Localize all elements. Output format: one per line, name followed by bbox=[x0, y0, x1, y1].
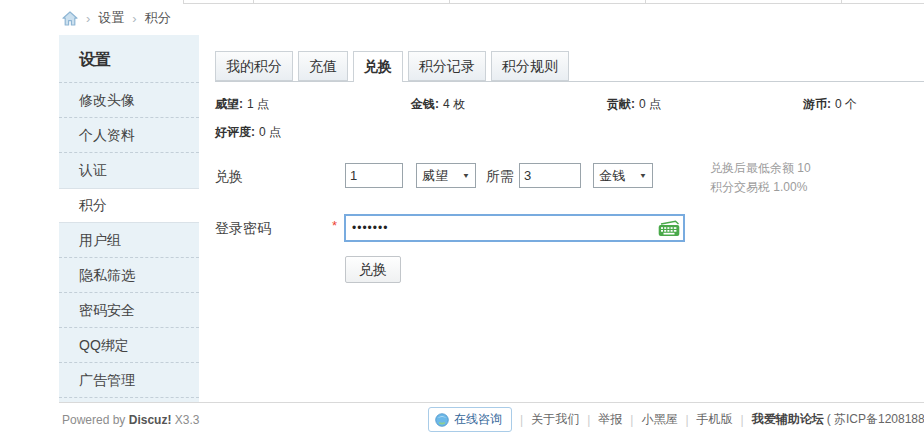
cutoff-table-edge bbox=[183, 0, 924, 4]
online-consult-button[interactable]: 在线咨询 bbox=[428, 407, 512, 432]
chevron-down-icon: ▼ bbox=[639, 172, 647, 180]
footer-link-darkroom[interactable]: 小黑屋 bbox=[641, 411, 677, 428]
sidebar-item-verify[interactable]: 认证 bbox=[59, 153, 199, 188]
settings-panel: 设置 修改头像 个人资料 认证 积分 用户组 隐私筛选 密码安全 QQ绑定 广告… bbox=[59, 35, 924, 403]
discuz-brand-link[interactable]: Discuz! bbox=[129, 413, 172, 427]
credit-summary-row: 威望:1 点 金钱:4 枚 贡献:0 点 游币:0 个 bbox=[215, 96, 924, 113]
stat-reputation: 好评度:0 点 bbox=[215, 124, 411, 141]
sidebar-title: 设置 bbox=[59, 35, 199, 83]
powered-by: Powered by Discuz! X3.3 bbox=[62, 413, 199, 427]
tab-my-credits[interactable]: 我的积分 bbox=[215, 51, 293, 81]
credits-tabbar: 我的积分 充值 兑换 积分记录 积分规则 bbox=[215, 51, 924, 82]
credits-content: 我的积分 充值 兑换 积分记录 积分规则 威望:1 点 金钱:4 枚 贡献:0 … bbox=[199, 35, 924, 402]
password-field-wrap bbox=[344, 214, 685, 242]
to-unit-select[interactable]: 金钱 ▼ bbox=[593, 163, 653, 188]
tab-credit-log[interactable]: 积分记录 bbox=[408, 51, 486, 81]
exchange-cost-input[interactable] bbox=[519, 163, 581, 188]
footer-link-report[interactable]: 举报 bbox=[598, 411, 622, 428]
breadcrumb-settings[interactable]: 设置 bbox=[98, 9, 124, 27]
chat-globe-icon bbox=[435, 413, 449, 427]
settings-sidebar: 设置 修改头像 个人资料 认证 积分 用户组 隐私筛选 密码安全 QQ绑定 广告… bbox=[59, 35, 199, 402]
exchange-label: 兑换 bbox=[215, 163, 243, 189]
stat-money: 金钱:4 枚 bbox=[411, 96, 607, 113]
sidebar-item-credits[interactable]: 积分 bbox=[59, 188, 199, 223]
icp-license-link[interactable]: ( 苏ICP备12081882号- bbox=[827, 411, 924, 428]
sidebar-item-password[interactable]: 密码安全 bbox=[59, 293, 199, 328]
breadcrumb: › 设置 › 积分 bbox=[62, 9, 171, 27]
breadcrumb-credits[interactable]: 积分 bbox=[145, 9, 171, 27]
exchange-tips: 兑换后最低余额 10 积分交易税 1.00% bbox=[710, 159, 811, 197]
tip-min-balance: 兑换后最低余额 10 bbox=[710, 159, 811, 178]
stat-contribution: 贡献:0 点 bbox=[607, 96, 803, 113]
breadcrumb-separator: › bbox=[86, 11, 90, 26]
need-label: 所需 bbox=[486, 163, 514, 189]
sidebar-item-avatar[interactable]: 修改头像 bbox=[59, 83, 199, 118]
sidebar-item-qq-bind[interactable]: QQ绑定 bbox=[59, 328, 199, 363]
login-password-input[interactable] bbox=[344, 214, 685, 242]
stat-prestige: 威望:1 点 bbox=[215, 96, 411, 113]
tab-recharge[interactable]: 充值 bbox=[298, 51, 348, 81]
breadcrumb-separator: › bbox=[132, 11, 136, 26]
sidebar-item-usergroup[interactable]: 用户组 bbox=[59, 223, 199, 258]
footer-link-mobile[interactable]: 手机版 bbox=[697, 411, 733, 428]
sidebar-item-privacy[interactable]: 隐私筛选 bbox=[59, 258, 199, 293]
stat-coin: 游币:0 个 bbox=[803, 96, 924, 113]
exchange-submit-button[interactable]: 兑换 bbox=[345, 256, 401, 283]
virtual-keyboard-icon[interactable] bbox=[658, 220, 680, 237]
footer-link-about[interactable]: 关于我们 bbox=[531, 411, 579, 428]
tab-credit-rules[interactable]: 积分规则 bbox=[491, 51, 569, 81]
from-unit-select[interactable]: 威望 ▼ bbox=[416, 163, 476, 188]
tab-exchange[interactable]: 兑换 bbox=[353, 51, 403, 82]
tip-trade-tax: 积分交易税 1.00% bbox=[710, 178, 811, 197]
password-label: 登录密码 bbox=[215, 215, 271, 241]
sidebar-item-profile[interactable]: 个人资料 bbox=[59, 118, 199, 153]
sidebar-item-ads[interactable]: 广告管理 bbox=[59, 363, 199, 398]
home-icon[interactable] bbox=[62, 11, 78, 26]
exchange-amount-input[interactable] bbox=[345, 163, 403, 188]
required-mark: * bbox=[332, 218, 337, 233]
forum-name: 我爱辅助论坛 bbox=[752, 411, 824, 428]
footer-links: 在线咨询 | 关于我们 | 举报 | 小黑屋 | 手机版 | 我爱辅助论坛 ( … bbox=[428, 407, 924, 432]
chevron-down-icon: ▼ bbox=[462, 172, 470, 180]
